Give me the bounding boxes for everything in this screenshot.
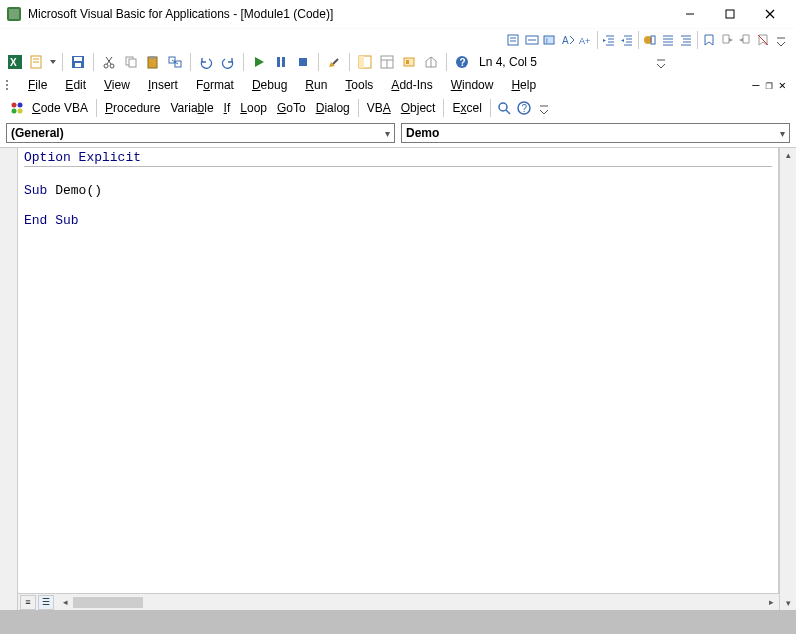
vba-app-icon — [6, 6, 22, 22]
codevba-goto[interactable]: GoTo — [273, 99, 310, 117]
quick-info-icon[interactable] — [523, 31, 541, 49]
scroll-left-icon[interactable]: ◂ — [58, 596, 73, 609]
clear-bookmark-icon[interactable] — [754, 31, 772, 49]
complete-word2-icon[interactable]: A+ — [577, 31, 595, 49]
object-browser-icon[interactable] — [400, 53, 418, 71]
vertical-scrollbar[interactable]: ▴ ▾ — [779, 148, 796, 610]
chevron-down-icon: ▾ — [780, 128, 785, 139]
svg-text:X: X — [10, 57, 17, 68]
scroll-up-icon[interactable]: ▴ — [786, 150, 791, 160]
scroll-right-icon[interactable]: ▸ — [764, 596, 779, 609]
properties-icon[interactable] — [378, 53, 396, 71]
menu-insert[interactable]: Insert — [140, 75, 186, 95]
code-editor[interactable]: Option Explicit Sub Demo() End Sub — [18, 148, 779, 593]
margin-indicator-bar[interactable] — [0, 148, 18, 610]
svg-rect-50 — [129, 59, 136, 67]
object-dropdown[interactable]: (General) ▾ — [6, 123, 395, 143]
redo-icon[interactable] — [219, 53, 237, 71]
edit-toolbar: i A A+ — [0, 28, 796, 51]
menu-view[interactable]: View — [96, 75, 138, 95]
codevba-codevba[interactable]: Code VBA — [28, 99, 92, 117]
project-explorer-icon[interactable] — [356, 53, 374, 71]
svg-rect-1 — [9, 9, 19, 19]
menu-debug[interactable]: Debug — [244, 75, 295, 95]
uncomment-block-icon[interactable] — [677, 31, 695, 49]
menu-window[interactable]: Window — [443, 75, 502, 95]
menu-help[interactable]: Help — [503, 75, 544, 95]
minimize-button[interactable] — [670, 4, 710, 24]
codevba-dialog[interactable]: Dialog — [312, 99, 354, 117]
bookmark-icon[interactable] — [700, 31, 718, 49]
code-text: End Sub — [24, 213, 79, 228]
toolbox-icon[interactable] — [422, 53, 440, 71]
maximize-button[interactable] — [710, 4, 750, 24]
menu-addins[interactable]: Add-Ins — [383, 75, 440, 95]
reset-icon[interactable] — [294, 53, 312, 71]
save-icon[interactable] — [69, 53, 87, 71]
indent-icon[interactable] — [600, 31, 618, 49]
menubar: File Edit View Insert Format Debug Run T… — [0, 73, 796, 97]
design-mode-icon[interactable] — [325, 53, 343, 71]
codevba-vba[interactable]: VBA — [363, 99, 395, 117]
view-excel-icon[interactable]: X — [6, 53, 24, 71]
cut-icon[interactable] — [100, 53, 118, 71]
prev-bookmark-icon[interactable] — [736, 31, 754, 49]
copy-icon[interactable] — [122, 53, 140, 71]
svg-rect-56 — [277, 57, 280, 67]
mdi-minimize-button[interactable]: – — [752, 78, 759, 92]
codevba-icon[interactable] — [8, 99, 26, 117]
codevba-help-icon[interactable]: ? — [515, 99, 533, 117]
mdi-close-button[interactable]: ✕ — [779, 78, 786, 92]
run-icon[interactable] — [250, 53, 268, 71]
code-text: Demo() — [47, 183, 102, 198]
toolbar-options-icon[interactable] — [652, 53, 670, 71]
codevba-if[interactable]: If — [220, 99, 235, 117]
outdent-icon[interactable] — [618, 31, 636, 49]
svg-point-45 — [104, 64, 108, 68]
list-members-icon[interactable] — [505, 31, 523, 49]
help-icon[interactable]: ? — [453, 53, 471, 71]
scroll-thumb[interactable] — [73, 597, 143, 608]
svg-point-46 — [110, 64, 114, 68]
complete-word-icon[interactable]: A — [559, 31, 577, 49]
codevba-procedure[interactable]: Procedure — [101, 99, 164, 117]
dropdown-caret-icon[interactable] — [50, 55, 56, 69]
codevba-variable[interactable]: Variable — [166, 99, 217, 117]
codevba-search-icon[interactable] — [495, 99, 513, 117]
separator — [318, 53, 319, 71]
svg-text:?: ? — [460, 57, 466, 68]
procedure-view-button[interactable]: ≡ — [20, 595, 36, 610]
svg-line-47 — [107, 57, 112, 64]
titlebar: Microsoft Visual Basic for Applications … — [0, 0, 796, 28]
svg-rect-43 — [74, 57, 82, 61]
insert-module-icon[interactable] — [28, 53, 46, 71]
toolbar-options-icon[interactable] — [772, 31, 790, 49]
breakpoint-icon[interactable] — [641, 31, 659, 49]
menubar-grip[interactable] — [6, 80, 14, 90]
codevba-excel[interactable]: Excel — [448, 99, 485, 117]
toolbar-options-icon[interactable] — [535, 99, 553, 117]
procedure-dropdown[interactable]: Demo ▾ — [401, 123, 790, 143]
menu-tools[interactable]: Tools — [337, 75, 381, 95]
menu-format[interactable]: Format — [188, 75, 242, 95]
comment-block-icon[interactable] — [659, 31, 677, 49]
menu-run[interactable]: Run — [297, 75, 335, 95]
next-bookmark-icon[interactable] — [718, 31, 736, 49]
menu-file[interactable]: File — [20, 75, 55, 95]
full-module-view-button[interactable]: ☰ — [38, 595, 54, 610]
svg-text:A+: A+ — [579, 36, 590, 46]
codevba-loop[interactable]: Loop — [236, 99, 271, 117]
svg-rect-58 — [299, 58, 307, 66]
break-icon[interactable] — [272, 53, 290, 71]
mdi-restore-button[interactable]: ❐ — [766, 78, 773, 92]
codevba-object[interactable]: Object — [397, 99, 440, 117]
close-button[interactable] — [750, 4, 790, 24]
menu-edit[interactable]: Edit — [57, 75, 94, 95]
horizontal-scrollbar[interactable]: ◂ ▸ — [58, 596, 779, 609]
paste-icon[interactable] — [144, 53, 162, 71]
parameter-info-icon[interactable]: i — [541, 31, 559, 49]
scroll-down-icon[interactable]: ▾ — [786, 598, 791, 608]
undo-icon[interactable] — [197, 53, 215, 71]
find-icon[interactable] — [166, 53, 184, 71]
svg-rect-66 — [406, 60, 409, 64]
